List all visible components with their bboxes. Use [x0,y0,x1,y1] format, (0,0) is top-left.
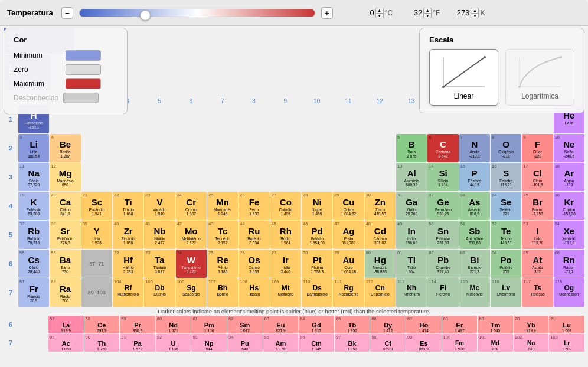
element-Cd[interactable]: 48CdCádmio321,07 [365,221,396,249]
element-Sc[interactable]: 21ScEscândio1 541 [81,192,112,220]
element-Pa[interactable]: 91PaProtactínio1 572 [120,334,155,352]
element-Np[interactable]: 93NpNeptúnio644 [191,334,227,352]
element-Rf[interactable]: 104RfRutherfórdio [113,278,143,307]
element-Cn[interactable]: 112CnCopernício [365,278,396,307]
element-Ge[interactable]: 32GeGermânio938,25 [427,192,458,220]
element-Cu[interactable]: 29CuCobre1 084,62 [333,192,364,220]
element-K[interactable]: 19KPotássio63,380 [18,192,49,220]
element-Hf[interactable]: 72HfHáfnio2 233 [113,250,143,278]
element-No[interactable]: 102NoNobélio830 [514,334,549,352]
element-Cf[interactable]: 98CfCalifórnio899,9 [370,334,406,352]
element-P[interactable]: 15PFósforo44,15 [459,163,490,191]
element-Mo[interactable]: 42MoMolibdênio2 622 [176,221,207,249]
element-W[interactable]: 74WTungstênio3 422 [176,250,207,278]
element-Pm[interactable]: 61PmPromécio1 100 [191,316,227,333]
element-Ne[interactable]: 10NeNeão-248,6 [554,134,584,162]
element-Am[interactable]: 95AmAmerício1 176 [263,334,299,352]
element-Tm[interactable]: 69TmTúlio1 545 [478,316,513,333]
element-Ni[interactable]: 28NiNíquel1 455 [302,192,332,220]
element-Lr[interactable]: 103LrLaurêncio1 600 [549,334,584,352]
element-Ho[interactable]: 67HoHólmio1 474 [406,316,442,333]
element-Se[interactable]: 34SeSelênio221 [491,192,521,220]
element-Br[interactable]: 35BrBromo-7,350 [522,192,553,220]
element-As[interactable]: 33AsArsénio816,9 [459,192,490,220]
element-Y[interactable]: 39YÍtrio1 526 [81,221,112,249]
element-Zr[interactable]: 40ZrZircônio1 855 [113,221,143,249]
element-At[interactable]: 85AtAstato302 [522,250,553,278]
element-Pr[interactable]: 59PrPraséodímio930,9 [120,316,155,333]
element-La[interactable]: 57LaLantânio919,9 [48,316,84,333]
element-Re[interactable]: 75ReRênio3 186 [207,250,238,278]
kelvin-up[interactable]: ▲ [471,8,479,13]
element-Cr[interactable]: 24CrCromo1 907 [176,192,207,220]
element-N[interactable]: 7NAzoto-210,1 [459,134,490,162]
element-Pb[interactable]: 82PbChumbo327,46 [427,250,458,278]
element-Xe[interactable]: 54XeXenônio-111,8 [554,221,584,249]
fahrenheit-down[interactable]: ▼ [423,13,432,18]
element-Sn[interactable]: 50SnEstanho231,93 [427,221,458,249]
element-Lu[interactable]: 71LuLutécio1 663 [549,316,584,333]
element-Dy[interactable]: 66DyDisprósio1 412 [370,316,406,333]
element-Ts[interactable]: 117TsTenesso [522,278,553,307]
element-Zn[interactable]: 30ZnZinco419,53 [365,192,396,220]
linear-option[interactable]: Linear [429,49,498,106]
element-Db[interactable]: 105DbDúbnio [144,278,175,307]
element-Nd[interactable]: 60NdNeodímio1 021 [156,316,191,333]
element-Hg[interactable]: 80HgMercúrio-38,830 [365,250,396,278]
element-Ir[interactable]: 77IrIrídio2 446 [270,250,301,278]
element-Sm[interactable]: 62SmSamário1 072 [227,316,263,333]
element-Rn[interactable]: 86RnRádon-71,1 [554,250,584,278]
element-Hs[interactable]: 108HsHássio [239,278,269,307]
element-Ac[interactable]: 89AcActínio1 050 [48,334,84,352]
plus-button[interactable]: + [321,7,333,19]
minus-button[interactable]: − [61,7,73,19]
element-C[interactable]: 6CCarbono3 642 [427,134,458,162]
element-U[interactable]: 92UUrânio1 135 [156,334,191,352]
element-Yb[interactable]: 70YbItérbio818,9 [514,316,549,333]
element-Cl[interactable]: 17ClCloro-101,5 [522,163,553,191]
element-Er[interactable]: 68ErÉrbio1 497 [442,316,478,333]
element-S[interactable]: 16SEnxofre115,21 [491,163,521,191]
celsius-stepper[interactable]: ▲ ▼ [375,8,384,18]
element-Mg[interactable]: 12MgMagnésio650 [50,163,80,191]
element-Os[interactable]: 76OsÓsmio3 033 [239,250,269,278]
element-F[interactable]: 9FFlúor-220 [522,134,553,162]
fahrenheit-up[interactable]: ▲ [423,8,432,13]
element-Og[interactable]: 118OgOganesson [554,278,584,307]
element-Tc[interactable]: 43TcTecnécio2 157 [207,221,238,249]
element-Rg[interactable]: 111RgRoentgênio [333,278,364,307]
element-Kr[interactable]: 36KrCrípton-157,36 [554,192,584,220]
element-Bi[interactable]: 83BiBismuto271,3 [459,250,490,278]
logaritmica-option[interactable]: Logarítmica [505,49,574,106]
temperature-slider[interactable] [79,7,315,19]
celsius-up[interactable]: ▲ [375,8,384,13]
element-Pt[interactable]: 78PtPlatina1 768,3 [302,250,332,278]
fahrenheit-stepper[interactable]: ▲ ▼ [423,8,432,18]
element-Rb[interactable]: 37RbRubídio39,310 [18,221,49,249]
element-Ba[interactable]: 56BaBário730 [50,250,80,278]
element-Ds[interactable]: 110DsDarmstárdio [302,278,332,307]
element-Rh[interactable]: 45RhRódio1 964 [270,221,301,249]
element-Md[interactable]: 101MdMendelevio830 [478,334,513,352]
element-Mn[interactable]: 25MnManganês1 246 [207,192,238,220]
element-Fe[interactable]: 26FeFerro1 538 [239,192,269,220]
element-Be[interactable]: 4BeBerílio1 287 [50,134,80,162]
element-Bk[interactable]: 97BkBerquélio1 050 [335,334,370,352]
element-Ra[interactable]: 88RaRádio700 [50,278,80,307]
element-Lv[interactable]: 116LvLivermório [491,278,521,307]
element-Ag[interactable]: 47AgPrata961,780 [333,221,364,249]
element-Li[interactable]: 3LiLítio180,54 [18,134,49,162]
element-Es[interactable]: 99EsEinstênio859,9 [406,334,442,352]
element-Fr[interactable]: 87FrFrâncio20,9 [18,278,49,307]
element-Fm[interactable]: 100FmFérmio1 500 [442,334,478,352]
kelvin-down[interactable]: ▼ [471,13,479,18]
element-V[interactable]: 23VVanádio1 910 [144,192,175,220]
element-Ce[interactable]: 58CeCério797,9 [84,316,120,333]
kelvin-stepper[interactable]: ▲ ▼ [471,8,479,18]
element-Eu[interactable]: 63EuEurópio821,9 [263,316,299,333]
element-Te[interactable]: 52TeTelúrio449,51 [491,221,521,249]
element-Fl[interactable]: 114FlFleróvio [427,278,458,307]
element-I[interactable]: 53IIodo113,70 [522,221,553,249]
element-Ta[interactable]: 73TaTântalo3 017 [144,250,175,278]
element-Pu[interactable]: 94PuPlutônio640 [227,334,263,352]
